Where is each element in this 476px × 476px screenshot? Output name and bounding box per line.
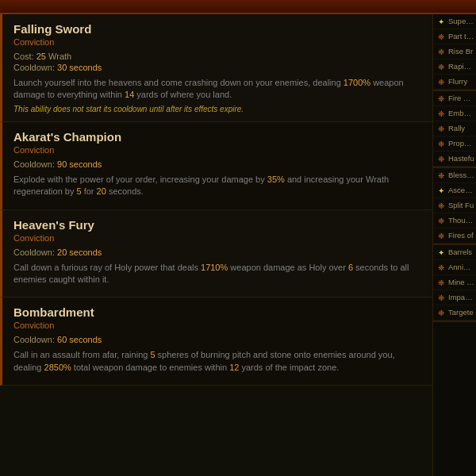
sidebar-item-label: Thou Sh — [448, 216, 474, 225]
top-bar — [0, 0, 476, 14]
skill-desc: Explode with the power of your order, in… — [13, 174, 423, 198]
sidebar-group: ❈Fire Sta❈Embodim❈Rally❈Prophet❈Hastefu — [433, 91, 476, 168]
rune-icon: ❈ — [436, 216, 446, 225]
rune-icon: ❈ — [436, 201, 446, 210]
sidebar-item-label: Embodim — [448, 109, 474, 117]
rune-icon: ❈ — [436, 293, 446, 302]
sidebar-item-label: Mine Fie — [448, 278, 474, 286]
rune-icon: ❈ — [436, 278, 446, 287]
skill-item[interactable]: Falling Sword Conviction Cost: 25 WrathC… — [0, 14, 432, 122]
sidebar-item-label: Rally — [448, 124, 465, 132]
sidebar-item[interactable]: ❈Part the — [433, 29, 476, 44]
sidebar-item[interactable]: ❈Split Fu — [433, 198, 476, 213]
sidebar-group: ✦Superhe❈Part the❈Rise Br❈Rapid D❈Flurry — [433, 14, 476, 91]
sidebar-item[interactable]: ❈Rapid D — [433, 60, 476, 75]
skill-name: Akarat's Champion — [13, 130, 423, 144]
main-content: Falling Sword Conviction Cost: 25 WrathC… — [0, 14, 476, 476]
skill-note: This ability does not start its cooldown… — [13, 105, 423, 113]
skill-cooldown: Cooldown: 60 seconds — [13, 335, 423, 344]
sidebar-item[interactable]: ❈Blessed — [433, 168, 476, 183]
sidebar-item[interactable]: ❈Mine Fie — [433, 275, 476, 290]
sidebar-item-label: Rapid D — [448, 62, 474, 71]
sidebar-item-label: Ascenda — [448, 186, 474, 194]
sidebar-item-label: Superhe — [448, 17, 474, 25]
rune-icon: ✦ — [436, 186, 446, 195]
sidebar-item[interactable]: ✦Superhe — [433, 14, 476, 29]
skill-name: Falling Sword — [13, 22, 423, 36]
sidebar-item-label: Blessed — [448, 171, 474, 179]
sidebar-item[interactable]: ❈Annihila — [433, 260, 476, 275]
sidebar-item[interactable]: ❈Rally — [433, 121, 476, 136]
skill-name: Heaven's Fury — [13, 218, 423, 232]
sidebar-item-label: Flurry — [448, 77, 467, 86]
skill-name: Bombardment — [13, 305, 423, 319]
rune-icon: ❈ — [436, 171, 446, 180]
sidebar-item-label: Hastefu — [448, 154, 474, 163]
sidebar-item-label: Split Fu — [448, 201, 474, 209]
skill-desc: Call down a furious ray of Holy power th… — [13, 262, 423, 286]
sidebar-item-label: Part the — [448, 32, 474, 40]
sidebar-item-label: Prophet — [448, 139, 474, 148]
sidebar-item-label: Targete — [448, 308, 474, 317]
skill-desc: Launch yourself into the heavens and com… — [13, 77, 423, 102]
skill-item[interactable]: Heaven's Fury Conviction Cooldown: 20 se… — [0, 210, 432, 298]
skill-type: Conviction — [13, 145, 423, 155]
skill-type: Conviction — [13, 37, 423, 47]
sidebar-item-label: Fires of — [448, 231, 474, 240]
rune-icon: ❈ — [436, 47, 446, 56]
rune-icon: ❈ — [436, 308, 446, 317]
sidebar-item-label: Impactfu — [448, 293, 474, 301]
skill-type: Conviction — [13, 233, 423, 243]
skill-item[interactable]: Akarat's Champion Conviction Cooldown: 9… — [0, 122, 432, 210]
rune-icon: ❈ — [436, 139, 446, 148]
rune-icon: ✦ — [436, 17, 446, 26]
sidebar-item[interactable]: ❈Embodim — [433, 106, 476, 121]
sidebar-item[interactable]: ❈Flurry — [433, 75, 476, 90]
rune-icon: ❈ — [436, 32, 446, 41]
rune-icon: ❈ — [436, 94, 446, 103]
sidebar-item[interactable]: ✦Barrels — [433, 245, 476, 260]
sidebar-item[interactable]: ❈Targete — [433, 305, 476, 321]
rune-icon: ❈ — [436, 263, 446, 272]
rune-icon: ❈ — [436, 77, 446, 86]
sidebar-item-label: Barrels — [448, 248, 472, 256]
skill-item[interactable]: Bombardment Conviction Cooldown: 60 seco… — [0, 298, 432, 386]
sidebar-group: ✦Barrels❈Annihila❈Mine Fie❈Impactfu❈Targ… — [433, 245, 476, 322]
sidebar-item-label: Annihila — [448, 263, 474, 271]
sidebar-item[interactable]: ❈Impactfu — [433, 290, 476, 305]
rune-icon: ❈ — [436, 231, 446, 240]
sidebar-item[interactable]: ✦Ascenda — [433, 183, 476, 198]
rune-icon: ❈ — [436, 109, 446, 118]
sidebar-item[interactable]: ❈Hastefu — [433, 152, 476, 167]
sidebar-item-label: Rise Br — [448, 47, 473, 56]
rune-icon: ❈ — [436, 154, 446, 163]
sidebar-item[interactable]: ❈Rise Br — [433, 44, 476, 60]
sidebar: ✦Superhe❈Part the❈Rise Br❈Rapid D❈Flurry… — [432, 14, 476, 476]
skills-list: Falling Sword Conviction Cost: 25 WrathC… — [0, 14, 432, 476]
sidebar-item[interactable]: ❈Prophet — [433, 136, 476, 152]
sidebar-group: ❈Blessed✦Ascenda❈Split Fu❈Thou Sh❈Fires … — [433, 168, 476, 245]
skill-type: Conviction — [13, 321, 423, 330]
rune-icon: ❈ — [436, 62, 446, 71]
skill-cooldown: Cooldown: 30 seconds — [13, 63, 423, 72]
skill-cooldown: Cooldown: 20 seconds — [13, 248, 423, 257]
rune-icon: ✦ — [436, 248, 446, 257]
rune-icon: ❈ — [436, 124, 446, 133]
skill-desc: Call in an assault from afar, raining 5 … — [13, 349, 423, 374]
sidebar-item-label: Fire Sta — [448, 94, 474, 102]
sidebar-item[interactable]: ❈Fire Sta — [433, 91, 476, 106]
skill-cost: Cost: 25 Wrath — [13, 52, 423, 61]
sidebar-item[interactable]: ❈Thou Sh — [433, 213, 476, 228]
skill-cooldown: Cooldown: 90 seconds — [13, 159, 423, 169]
sidebar-item[interactable]: ❈Fires of — [433, 228, 476, 244]
